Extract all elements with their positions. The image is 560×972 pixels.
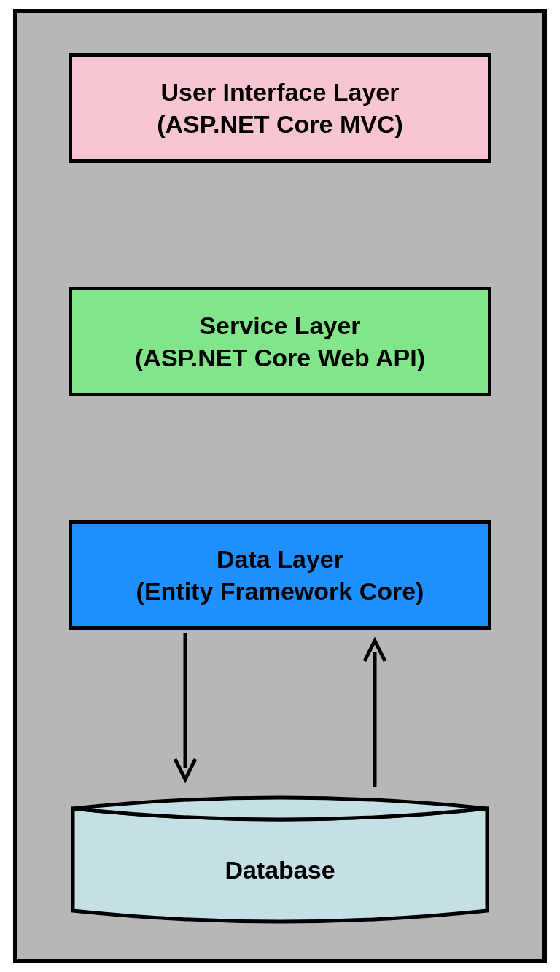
service-layer-title: Service Layer [199,309,360,342]
database-label: Database [69,856,491,884]
service-layer-box: Service Layer (ASP.NET Core Web API) [69,287,491,396]
ui-layer-subtitle: (ASP.NET Core MVC) [157,108,403,140]
database-cylinder: Database [69,787,491,933]
arrow-up-icon [360,633,389,787]
arrow-down-icon [171,633,200,787]
service-layer-subtitle: (ASP.NET Core Web API) [135,342,425,374]
ui-layer-box: User Interface Layer (ASP.NET Core MVC) [69,53,491,163]
diagram-frame: User Interface Layer (ASP.NET Core MVC) … [0,0,560,972]
diagram-panel: User Interface Layer (ASP.NET Core MVC) … [13,9,547,963]
data-layer-subtitle: (Entity Framework Core) [136,575,424,607]
ui-layer-title: User Interface Layer [161,76,400,108]
data-layer-title: Data Layer [217,543,343,575]
data-layer-box: Data Layer (Entity Framework Core) [69,520,491,630]
